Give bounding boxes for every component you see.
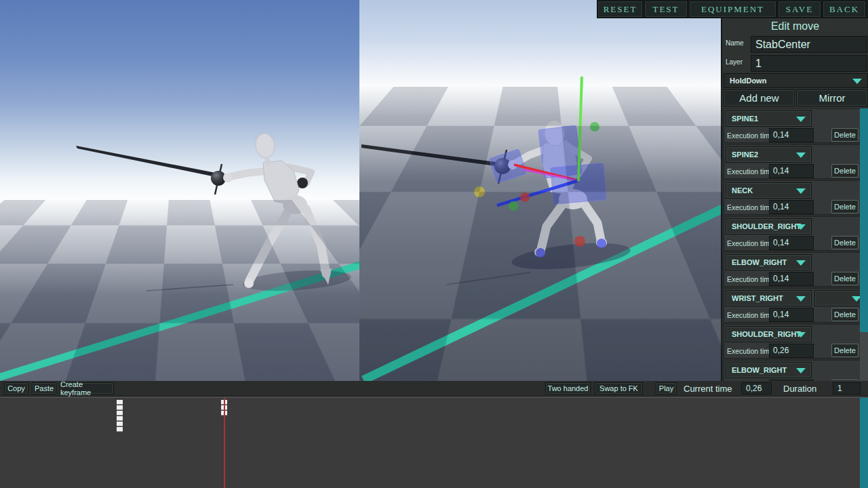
keyframe-marker[interactable] <box>117 405 123 410</box>
bone-dropdown[interactable]: SPINE2 <box>726 146 812 163</box>
neck <box>267 159 269 165</box>
bone-dropdown[interactable]: SPINE1 <box>726 110 812 127</box>
current-time-input[interactable]: 0,26 <box>741 382 772 394</box>
bone-item: ELBOW_RIGHTExecution timeDelete <box>724 360 868 381</box>
bone-dropdown[interactable]: NECK <box>726 182 812 199</box>
chevron-down-icon <box>796 188 806 194</box>
execution-time-input[interactable]: 0,14 <box>769 272 814 286</box>
delete-button[interactable]: Delete <box>831 272 859 285</box>
execution-time-label: Execution time <box>727 165 774 178</box>
joint-dot-yellow[interactable] <box>474 186 485 197</box>
duration-input[interactable]: 1 <box>833 382 861 394</box>
move-type-selected: HoldDown <box>730 77 766 85</box>
keyframe-marker[interactable] <box>117 400 123 405</box>
layer-input[interactable]: 1 <box>751 55 867 72</box>
back-leg <box>583 201 601 240</box>
keyframe-marker[interactable] <box>117 411 123 415</box>
layer-label: Layer <box>726 58 750 66</box>
copy-button[interactable]: Copy <box>4 382 28 394</box>
mannequin-right <box>359 0 722 381</box>
execution-time-input[interactable]: 0,14 <box>769 200 814 214</box>
chevron-down-icon <box>796 332 806 338</box>
back-button[interactable]: BACK <box>823 1 866 18</box>
delete-button[interactable]: Delete <box>831 200 859 214</box>
offhand-pommel <box>297 178 308 188</box>
bone-name: SHOULDER_RIGHT <box>732 219 801 234</box>
execution-time-label: Execution time <box>727 344 774 358</box>
two-handed-button[interactable]: Two handed <box>545 382 591 394</box>
bone-item: WRIST_RIGHTExecution time0,14Delete <box>724 288 868 323</box>
execution-time-label: Execution time <box>727 272 774 286</box>
play-button[interactable]: Play <box>656 382 677 394</box>
execution-time-input[interactable]: 0,14 <box>769 236 814 250</box>
timeline-scrollbar-thumb[interactable] <box>860 398 868 488</box>
joint-sphere-front-foot[interactable] <box>536 248 545 258</box>
keyframe-marker[interactable] <box>117 427 123 432</box>
execution-time-input[interactable]: 0,14 <box>769 128 814 142</box>
joint-dot-green-upper[interactable] <box>590 122 599 131</box>
bone-name: ELBOW_RIGHT <box>732 363 787 378</box>
test-button[interactable]: TEST <box>644 1 688 18</box>
chevron-down-icon <box>852 79 862 84</box>
bone-name: SPINE2 <box>732 147 758 162</box>
execution-time-label: Execution time <box>727 201 774 214</box>
swap-to-fk-button[interactable]: Swap to FK <box>595 382 643 394</box>
bone-dropdown[interactable]: WRIST_RIGHT <box>726 290 812 306</box>
bone-list: SPINE1Execution time0,14DeleteSPINE2Exec… <box>722 108 868 381</box>
keyframe-marker[interactable] <box>117 422 123 426</box>
delete-button[interactable]: Delete <box>831 344 859 357</box>
timeline[interactable] <box>0 396 868 488</box>
name-input[interactable]: StabCenter <box>751 36 867 53</box>
equipment-button[interactable]: EQUIPMENT <box>689 1 776 18</box>
execution-time-input[interactable]: 0,14 <box>769 164 814 178</box>
save-button[interactable]: SAVE <box>778 1 821 18</box>
move-type-dropdown[interactable]: HoldDown <box>724 73 868 88</box>
front-leg <box>541 201 565 249</box>
bone-name: ELBOW_RIGHT <box>732 255 787 270</box>
bone-list-scrollbar-track[interactable] <box>860 108 868 381</box>
execution-time-input[interactable]: 0,26 <box>769 344 814 358</box>
bone-dropdown[interactable]: ELBOW_RIGHT <box>726 362 812 378</box>
viewport-right[interactable] <box>359 0 722 381</box>
delete-button[interactable]: Delete <box>831 164 859 178</box>
keyframe-marker[interactable] <box>117 416 123 421</box>
chevron-down-icon <box>796 368 806 373</box>
mirror-button[interactable]: Mirror <box>796 89 868 106</box>
delete-button[interactable]: Delete <box>831 128 859 142</box>
joint-dot-red[interactable] <box>520 192 530 202</box>
paste-button[interactable]: Paste <box>32 382 56 394</box>
joint-sphere-back-foot[interactable] <box>597 239 606 248</box>
delete-button[interactable]: Delete <box>831 308 859 321</box>
bone-dropdown[interactable]: SHOULDER_RIGHT <box>726 326 812 342</box>
playhead[interactable] <box>224 398 225 488</box>
bone-dropdown[interactable]: ELBOW_RIGHT <box>726 254 812 270</box>
front-foot <box>244 279 254 288</box>
add-new-button[interactable]: Add new <box>724 89 795 106</box>
sword-shadow <box>146 285 233 291</box>
chevron-down-icon <box>796 260 806 266</box>
sword-blade <box>76 146 216 177</box>
create-keyframe-button[interactable]: Create keyframe <box>60 382 114 394</box>
bone-dropdown[interactable]: SHOULDER_RIGHT <box>726 218 812 235</box>
viewport-left[interactable] <box>0 0 359 381</box>
chevron-down-icon <box>796 152 806 158</box>
execution-time-input[interactable]: 0,14 <box>769 308 814 322</box>
joint-dot-red-ground[interactable] <box>574 236 585 247</box>
sword-shadow <box>446 272 530 285</box>
bone-list-scrollbar-thumb[interactable] <box>860 108 868 332</box>
current-time-label: Current time <box>684 381 732 396</box>
hips <box>283 195 307 214</box>
bone-item: SPINE1Execution time0,14Delete <box>724 108 868 143</box>
execution-time-label: Execution time <box>727 237 774 250</box>
bone-item: ELBOW_RIGHTExecution time0,14Delete <box>724 252 868 287</box>
animation-editor-screen: RESET TEST EQUIPMENT SAVE BACK Edit move… <box>0 0 868 488</box>
chevron-down-icon <box>796 224 806 230</box>
bone-name: NECK <box>732 183 753 198</box>
joint-dot-green-lower[interactable] <box>509 201 518 211</box>
bone-item: NECKExecution time0,14Delete <box>724 180 868 215</box>
top-button-bar: RESET TEST EQUIPMENT SAVE BACK <box>597 0 868 18</box>
chevron-down-icon <box>796 296 806 302</box>
reset-button[interactable]: RESET <box>597 1 643 18</box>
bottom-toolbar: Copy Paste Create keyframe Two handed Sw… <box>0 381 868 396</box>
delete-button[interactable]: Delete <box>831 236 859 249</box>
